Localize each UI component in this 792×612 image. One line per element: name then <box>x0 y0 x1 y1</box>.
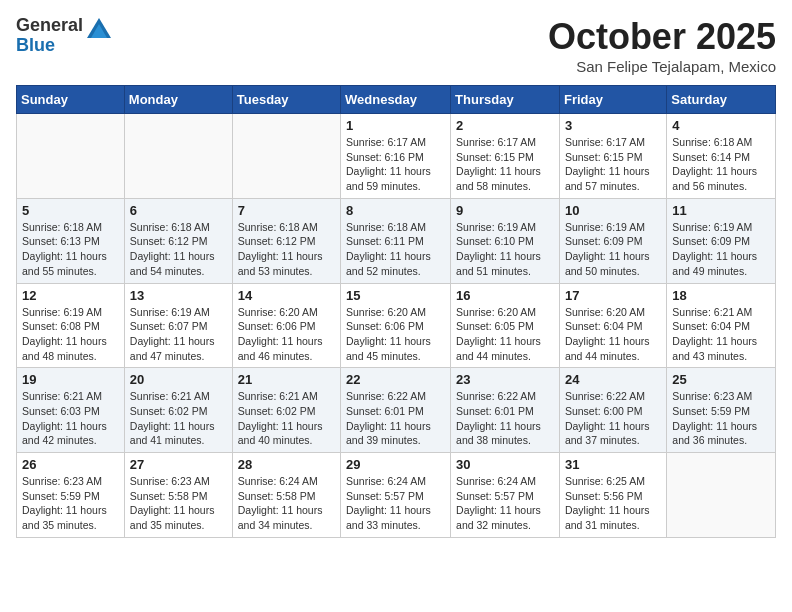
day-number: 22 <box>346 372 445 387</box>
day-number: 24 <box>565 372 661 387</box>
calendar-cell: 31Sunrise: 6:25 AM Sunset: 5:56 PM Dayli… <box>559 453 666 538</box>
days-of-week-row: Sunday Monday Tuesday Wednesday Thursday… <box>17 86 776 114</box>
calendar-cell: 2Sunrise: 6:17 AM Sunset: 6:15 PM Daylig… <box>451 114 560 199</box>
day-number: 8 <box>346 203 445 218</box>
calendar-cell: 17Sunrise: 6:20 AM Sunset: 6:04 PM Dayli… <box>559 283 666 368</box>
day-info: Sunrise: 6:20 AM Sunset: 6:05 PM Dayligh… <box>456 305 554 364</box>
calendar-cell: 12Sunrise: 6:19 AM Sunset: 6:08 PM Dayli… <box>17 283 125 368</box>
day-info: Sunrise: 6:22 AM Sunset: 6:00 PM Dayligh… <box>565 389 661 448</box>
day-info: Sunrise: 6:24 AM Sunset: 5:57 PM Dayligh… <box>346 474 445 533</box>
calendar-body: 1Sunrise: 6:17 AM Sunset: 6:16 PM Daylig… <box>17 114 776 538</box>
day-info: Sunrise: 6:20 AM Sunset: 6:06 PM Dayligh… <box>346 305 445 364</box>
calendar-week-row: 1Sunrise: 6:17 AM Sunset: 6:16 PM Daylig… <box>17 114 776 199</box>
day-number: 7 <box>238 203 335 218</box>
calendar-cell: 10Sunrise: 6:19 AM Sunset: 6:09 PM Dayli… <box>559 198 666 283</box>
calendar-cell: 6Sunrise: 6:18 AM Sunset: 6:12 PM Daylig… <box>124 198 232 283</box>
calendar-cell: 20Sunrise: 6:21 AM Sunset: 6:02 PM Dayli… <box>124 368 232 453</box>
logo-blue: Blue <box>16 36 83 56</box>
header-saturday: Saturday <box>667 86 776 114</box>
day-info: Sunrise: 6:18 AM Sunset: 6:12 PM Dayligh… <box>238 220 335 279</box>
day-number: 12 <box>22 288 119 303</box>
header-friday: Friday <box>559 86 666 114</box>
calendar-cell: 29Sunrise: 6:24 AM Sunset: 5:57 PM Dayli… <box>341 453 451 538</box>
day-number: 23 <box>456 372 554 387</box>
day-info: Sunrise: 6:17 AM Sunset: 6:15 PM Dayligh… <box>456 135 554 194</box>
calendar-cell: 15Sunrise: 6:20 AM Sunset: 6:06 PM Dayli… <box>341 283 451 368</box>
day-number: 2 <box>456 118 554 133</box>
day-number: 30 <box>456 457 554 472</box>
header-wednesday: Wednesday <box>341 86 451 114</box>
calendar-cell: 14Sunrise: 6:20 AM Sunset: 6:06 PM Dayli… <box>232 283 340 368</box>
day-info: Sunrise: 6:19 AM Sunset: 6:08 PM Dayligh… <box>22 305 119 364</box>
header-tuesday: Tuesday <box>232 86 340 114</box>
day-number: 20 <box>130 372 227 387</box>
calendar-cell: 26Sunrise: 6:23 AM Sunset: 5:59 PM Dayli… <box>17 453 125 538</box>
logo-text: General Blue <box>16 16 83 56</box>
day-info: Sunrise: 6:17 AM Sunset: 6:15 PM Dayligh… <box>565 135 661 194</box>
day-info: Sunrise: 6:17 AM Sunset: 6:16 PM Dayligh… <box>346 135 445 194</box>
day-number: 19 <box>22 372 119 387</box>
calendar-cell: 23Sunrise: 6:22 AM Sunset: 6:01 PM Dayli… <box>451 368 560 453</box>
day-info: Sunrise: 6:18 AM Sunset: 6:12 PM Dayligh… <box>130 220 227 279</box>
day-info: Sunrise: 6:23 AM Sunset: 5:59 PM Dayligh… <box>672 389 770 448</box>
calendar-cell: 11Sunrise: 6:19 AM Sunset: 6:09 PM Dayli… <box>667 198 776 283</box>
day-info: Sunrise: 6:19 AM Sunset: 6:09 PM Dayligh… <box>672 220 770 279</box>
day-number: 5 <box>22 203 119 218</box>
calendar-cell: 9Sunrise: 6:19 AM Sunset: 6:10 PM Daylig… <box>451 198 560 283</box>
calendar-cell: 8Sunrise: 6:18 AM Sunset: 6:11 PM Daylig… <box>341 198 451 283</box>
day-number: 21 <box>238 372 335 387</box>
day-number: 26 <box>22 457 119 472</box>
day-info: Sunrise: 6:21 AM Sunset: 6:04 PM Dayligh… <box>672 305 770 364</box>
calendar-week-row: 26Sunrise: 6:23 AM Sunset: 5:59 PM Dayli… <box>17 453 776 538</box>
day-number: 18 <box>672 288 770 303</box>
calendar-cell: 22Sunrise: 6:22 AM Sunset: 6:01 PM Dayli… <box>341 368 451 453</box>
calendar-cell: 21Sunrise: 6:21 AM Sunset: 6:02 PM Dayli… <box>232 368 340 453</box>
logo-general: General <box>16 16 83 36</box>
day-number: 13 <box>130 288 227 303</box>
day-info: Sunrise: 6:19 AM Sunset: 6:10 PM Dayligh… <box>456 220 554 279</box>
day-info: Sunrise: 6:25 AM Sunset: 5:56 PM Dayligh… <box>565 474 661 533</box>
day-info: Sunrise: 6:21 AM Sunset: 6:03 PM Dayligh… <box>22 389 119 448</box>
calendar-cell: 16Sunrise: 6:20 AM Sunset: 6:05 PM Dayli… <box>451 283 560 368</box>
calendar-cell: 30Sunrise: 6:24 AM Sunset: 5:57 PM Dayli… <box>451 453 560 538</box>
day-number: 9 <box>456 203 554 218</box>
calendar: Sunday Monday Tuesday Wednesday Thursday… <box>16 85 776 538</box>
calendar-cell: 24Sunrise: 6:22 AM Sunset: 6:00 PM Dayli… <box>559 368 666 453</box>
day-info: Sunrise: 6:22 AM Sunset: 6:01 PM Dayligh… <box>456 389 554 448</box>
day-info: Sunrise: 6:21 AM Sunset: 6:02 PM Dayligh… <box>130 389 227 448</box>
day-number: 1 <box>346 118 445 133</box>
day-number: 3 <box>565 118 661 133</box>
day-number: 31 <box>565 457 661 472</box>
day-info: Sunrise: 6:23 AM Sunset: 5:59 PM Dayligh… <box>22 474 119 533</box>
day-info: Sunrise: 6:24 AM Sunset: 5:57 PM Dayligh… <box>456 474 554 533</box>
calendar-week-row: 5Sunrise: 6:18 AM Sunset: 6:13 PM Daylig… <box>17 198 776 283</box>
logo-icon <box>85 16 113 44</box>
day-number: 28 <box>238 457 335 472</box>
month-title: October 2025 <box>548 16 776 58</box>
day-info: Sunrise: 6:18 AM Sunset: 6:14 PM Dayligh… <box>672 135 770 194</box>
day-info: Sunrise: 6:23 AM Sunset: 5:58 PM Dayligh… <box>130 474 227 533</box>
header-thursday: Thursday <box>451 86 560 114</box>
day-info: Sunrise: 6:19 AM Sunset: 6:07 PM Dayligh… <box>130 305 227 364</box>
calendar-cell: 27Sunrise: 6:23 AM Sunset: 5:58 PM Dayli… <box>124 453 232 538</box>
calendar-cell <box>124 114 232 199</box>
day-number: 10 <box>565 203 661 218</box>
calendar-cell: 1Sunrise: 6:17 AM Sunset: 6:16 PM Daylig… <box>341 114 451 199</box>
title-section: October 2025 San Felipe Tejalapam, Mexic… <box>548 16 776 75</box>
day-info: Sunrise: 6:19 AM Sunset: 6:09 PM Dayligh… <box>565 220 661 279</box>
day-info: Sunrise: 6:18 AM Sunset: 6:11 PM Dayligh… <box>346 220 445 279</box>
calendar-cell: 7Sunrise: 6:18 AM Sunset: 6:12 PM Daylig… <box>232 198 340 283</box>
logo: General Blue <box>16 16 113 56</box>
day-info: Sunrise: 6:18 AM Sunset: 6:13 PM Dayligh… <box>22 220 119 279</box>
calendar-cell <box>667 453 776 538</box>
calendar-cell <box>17 114 125 199</box>
day-info: Sunrise: 6:22 AM Sunset: 6:01 PM Dayligh… <box>346 389 445 448</box>
calendar-cell: 13Sunrise: 6:19 AM Sunset: 6:07 PM Dayli… <box>124 283 232 368</box>
day-number: 17 <box>565 288 661 303</box>
day-number: 4 <box>672 118 770 133</box>
calendar-cell: 3Sunrise: 6:17 AM Sunset: 6:15 PM Daylig… <box>559 114 666 199</box>
day-number: 16 <box>456 288 554 303</box>
day-number: 14 <box>238 288 335 303</box>
calendar-cell: 5Sunrise: 6:18 AM Sunset: 6:13 PM Daylig… <box>17 198 125 283</box>
calendar-week-row: 19Sunrise: 6:21 AM Sunset: 6:03 PM Dayli… <box>17 368 776 453</box>
